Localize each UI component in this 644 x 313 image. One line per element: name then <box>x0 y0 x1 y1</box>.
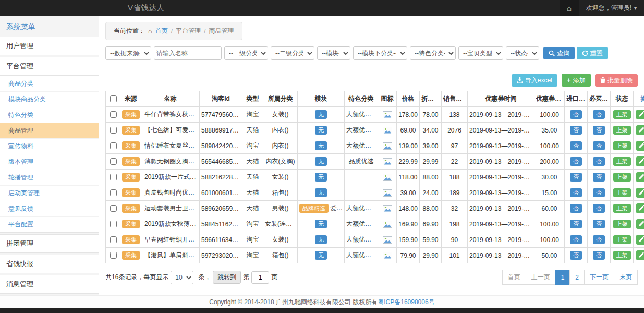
sidebar-group-用户管理[interactable]: 用户管理 <box>0 37 99 55</box>
home-button[interactable]: ⌂ <box>560 0 579 16</box>
sidebar-item-商品管理[interactable]: 商品管理 <box>0 123 99 138</box>
must_buy-badge[interactable]: 否 <box>593 204 605 213</box>
status-badge[interactable]: 上架 <box>613 173 631 182</box>
sidebar-group-省钱快报[interactable]: 省钱快报 <box>0 255 99 273</box>
row-checkbox[interactable] <box>110 127 117 134</box>
status-badge[interactable]: 上架 <box>613 220 631 228</box>
icp-link[interactable]: 粤ICP备16098006号 <box>378 298 434 306</box>
must_buy-badge[interactable]: 否 <box>593 220 605 228</box>
item-type-select[interactable]: --宝贝类型-- <box>458 46 503 60</box>
status-badge[interactable]: 上架 <box>613 126 631 135</box>
batch-delete-button[interactable]: 批量删除 <box>595 74 638 87</box>
reset-button[interactable]: 重置 <box>577 47 608 59</box>
home-icon: ⌂ <box>148 27 152 35</box>
must_buy-badge[interactable]: 否 <box>593 141 605 150</box>
pager-next[interactable]: 下一页 <box>584 270 614 285</box>
jump-button[interactable]: 跳转到 <box>213 271 241 284</box>
must_buy-badge[interactable]: 否 <box>593 110 605 119</box>
imported-badge[interactable]: 否 <box>570 204 582 213</box>
edit-button[interactable] <box>636 141 644 151</box>
row-checkbox[interactable] <box>110 158 117 165</box>
pager-page-2[interactable]: 2 <box>569 270 585 285</box>
must_buy-badge[interactable]: 否 <box>593 157 605 166</box>
add-button[interactable]: + 添加 <box>562 74 591 87</box>
row-checkbox[interactable] <box>110 142 117 149</box>
edit-button[interactable] <box>636 172 644 182</box>
status-badge[interactable]: 上架 <box>613 235 631 244</box>
module-select[interactable]: --模块-- <box>317 46 350 60</box>
status-select[interactable]: --状态-- <box>506 46 539 60</box>
per-page-select[interactable]: 10 <box>171 271 193 284</box>
edit-button[interactable] <box>636 203 644 213</box>
data-source-select[interactable]: --数据来源-- <box>105 46 151 60</box>
row-checkbox[interactable] <box>110 205 117 212</box>
module-badge: 无 <box>315 188 327 197</box>
sidebar-group-消息管理[interactable]: 消息管理 <box>0 275 99 294</box>
row-checkbox[interactable] <box>110 189 117 196</box>
edit-button[interactable] <box>636 156 644 166</box>
edit-button[interactable] <box>636 219 644 229</box>
select-all-checkbox[interactable] <box>110 95 117 102</box>
category-level2-select[interactable]: --二级分类-- <box>271 46 314 60</box>
product-image-icon <box>383 189 392 197</box>
status-badge[interactable]: 上架 <box>613 141 631 150</box>
must_buy-badge[interactable]: 否 <box>593 188 605 197</box>
sidebar-item-轮播管理[interactable]: 轮播管理 <box>0 170 99 185</box>
cell-price: 69.00 <box>397 123 420 138</box>
row-checkbox[interactable] <box>110 236 117 243</box>
status-badge[interactable]: 上架 <box>613 110 631 119</box>
imported-badge[interactable]: 否 <box>570 188 582 197</box>
jump-page-input[interactable] <box>251 271 269 284</box>
col-header-icon: 图标 <box>378 91 397 107</box>
sidebar-item-模块商品分类[interactable]: 模块商品分类 <box>0 91 99 107</box>
name-input[interactable] <box>154 46 222 60</box>
sidebar-item-宣传物料[interactable]: 宣传物料 <box>0 138 99 154</box>
sidebar-item-特色分类[interactable]: 特色分类 <box>0 107 99 123</box>
user-menu[interactable]: 欢迎您，管理员! ▾ <box>579 4 644 13</box>
status-badge[interactable]: 上架 <box>613 251 631 260</box>
edit-button[interactable] <box>636 188 644 198</box>
imported-badge[interactable]: 否 <box>570 173 582 182</box>
sidebar-item-商品分类[interactable]: 商品分类 <box>0 76 99 91</box>
import-excel-button[interactable]: 导入excel <box>512 74 557 87</box>
row-checkbox[interactable] <box>110 221 117 227</box>
search-button[interactable]: 查询 <box>543 47 575 59</box>
sidebar-group-拼团管理[interactable]: 拼团管理 <box>0 234 99 253</box>
sidebar-item-版本管理[interactable]: 版本管理 <box>0 154 99 170</box>
category-level1-select[interactable]: --一级分类-- <box>224 46 268 60</box>
row-checkbox[interactable] <box>110 111 117 118</box>
pager-prev[interactable]: 上一页 <box>526 270 556 285</box>
pager-first[interactable]: 首页 <box>502 270 526 285</box>
edit-button[interactable] <box>636 110 644 119</box>
sidebar-item-意见反馈[interactable]: 意见反馈 <box>0 201 99 216</box>
imported-badge[interactable]: 否 <box>570 141 582 150</box>
must_buy-badge[interactable]: 否 <box>593 126 605 135</box>
imported-badge[interactable]: 否 <box>570 251 582 260</box>
imported-badge[interactable]: 否 <box>570 235 582 244</box>
row-checkbox[interactable] <box>110 252 117 259</box>
breadcrumb-home-link[interactable]: 首页 <box>155 27 168 35</box>
status-badge[interactable]: 上架 <box>613 188 631 197</box>
imported-badge[interactable]: 否 <box>570 110 582 119</box>
must_buy-badge[interactable]: 否 <box>593 251 605 260</box>
sidebar-item-启动页管理[interactable]: 启动页管理 <box>0 185 99 201</box>
status-badge[interactable]: 上架 <box>613 204 631 213</box>
imported-badge[interactable]: 否 <box>570 126 582 135</box>
edit-button[interactable] <box>636 235 644 245</box>
edit-button[interactable] <box>636 125 644 135</box>
edit-button[interactable] <box>636 250 644 260</box>
row-checkbox[interactable] <box>110 174 117 180</box>
must_buy-badge[interactable]: 否 <box>593 235 605 244</box>
imported-badge[interactable]: 否 <box>570 220 582 228</box>
cell-type: 淘宝 <box>242 248 263 263</box>
must_buy-badge[interactable]: 否 <box>593 173 605 182</box>
sidebar-item-平台配置[interactable]: 平台配置 <box>0 216 99 232</box>
status-badge[interactable]: 上架 <box>613 157 631 166</box>
imported-badge[interactable]: 否 <box>570 157 582 166</box>
cell-status: 上架 <box>611 138 634 154</box>
pager-page-1[interactable]: 1 <box>555 270 570 285</box>
sidebar-group-平台管理[interactable]: 平台管理 <box>0 57 99 76</box>
special-category-select[interactable]: --特色分类-- <box>410 46 456 60</box>
module-sub-select[interactable]: --模块下分类-- <box>353 46 407 60</box>
pager-last[interactable]: 末页 <box>614 270 638 285</box>
